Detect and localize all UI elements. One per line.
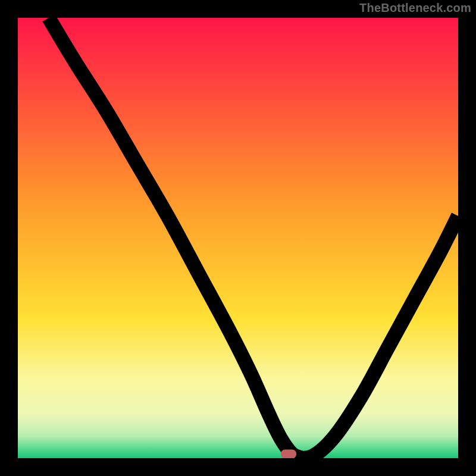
bottleneck-curve xyxy=(18,18,458,458)
chart-frame: TheBottleneck.com xyxy=(0,0,476,476)
attribution-label: TheBottleneck.com xyxy=(359,1,471,15)
plot-area xyxy=(18,18,458,458)
optimal-marker xyxy=(281,450,296,458)
